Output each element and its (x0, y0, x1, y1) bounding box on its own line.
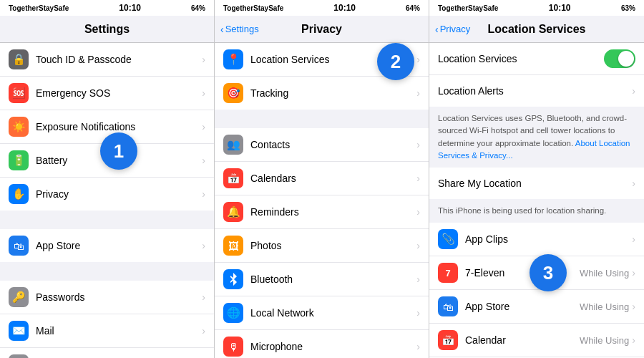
battery-1: 64% (191, 4, 205, 12)
gap-p1 (215, 110, 429, 128)
loc-calendar-icon: 📅 (438, 330, 458, 350)
privacy-icon: ✋ (9, 184, 29, 204)
location-apps-section: 📎 App Clips › 7 7-Eleven While Using › 🛍… (429, 223, 644, 358)
chevron-touch-id: › (202, 54, 205, 65)
location-services-title: Location Services (488, 23, 586, 36)
emergency-sos-label: Emergency SOS (36, 87, 202, 99)
chevron-privacy: › (202, 188, 205, 200)
settings-mail[interactable]: ✉️ Mail › (0, 314, 214, 348)
chevron-battery: › (202, 155, 205, 166)
share-location-row[interactable]: Share My Location › (429, 168, 644, 199)
location-nav: ‹ Privacy Location Services (429, 16, 644, 43)
loc-app-clips[interactable]: 📎 App Clips › (429, 223, 644, 256)
settings-contacts[interactable]: 👤 Contacts › (0, 348, 214, 358)
settings-section-1: 🔒 Touch ID & Passcode › 🆘 Emergency SOS … (0, 43, 214, 211)
privacy-microphone[interactable]: 🎙 Microphone › (215, 330, 429, 358)
carrier-3: TogetherStaySafe (438, 4, 498, 12)
privacy-list: 📍 Location Services On › 🎯 Tracking › 👥 … (215, 43, 429, 358)
location-toggle[interactable] (604, 49, 635, 68)
chevron-share: › (632, 178, 635, 189)
settings-touch-id[interactable]: 🔒 Touch ID & Passcode › (0, 43, 214, 77)
emergency-sos-icon: 🆘 (9, 83, 29, 103)
tracking-icon: 🎯 (223, 83, 243, 103)
settings-section-3: 🔑 Passwords › ✉️ Mail › 👤 Contacts › 📅 C… (0, 281, 214, 358)
time-3: 10:10 (549, 3, 571, 13)
battery-icon: 🔋 (9, 150, 29, 170)
carrier-1: TogetherStaySafe (9, 4, 69, 12)
settings-emergency-sos[interactable]: 🆘 Emergency SOS › (0, 77, 214, 110)
location-services-list: Location Services Location Alerts › Loca… (429, 43, 644, 358)
chevron-passwords: › (202, 291, 205, 303)
privacy-photos-icon: 🖼 (223, 236, 243, 256)
loc-app-store-icon: 🛍 (438, 296, 458, 316)
chevron-location: › (416, 54, 420, 65)
loc-calendar[interactable]: 📅 Calendar While Using › (429, 324, 644, 357)
location-alerts-row[interactable]: Location Alerts › (429, 75, 644, 107)
badge-3: 3 (530, 254, 567, 291)
back-to-settings[interactable]: ‹ Settings (220, 24, 259, 35)
status-bar-2: TogetherStaySafe 10:10 64% (215, 0, 429, 16)
location-toggle-section: Location Services Location Alerts › (429, 43, 644, 107)
privacy-bluetooth[interactable]: Bluetooth › (215, 263, 429, 296)
share-location-section: Share My Location › (429, 168, 644, 199)
privacy-calendars[interactable]: 📅 Calendars › (215, 162, 429, 195)
seven-eleven-icon: 7 (438, 263, 458, 283)
battery-3: 63% (621, 4, 635, 12)
chevron-app-clips: › (632, 233, 635, 245)
passwords-icon: 🔑 (9, 287, 29, 307)
chevron-loc-calendar: › (632, 334, 635, 346)
chevron-alerts: › (632, 85, 635, 97)
privacy-local-network[interactable]: 🌐 Local Network › (215, 296, 429, 330)
location-services-panel: TogetherStaySafe 10:10 63% ‹ Privacy Loc… (429, 0, 644, 358)
privacy-tracking[interactable]: 🎯 Tracking › (215, 77, 429, 110)
chevron-exposure: › (202, 121, 205, 132)
privacy-reminders[interactable]: 🔔 Reminders › (215, 195, 429, 229)
privacy-microphone-label: Microphone (250, 341, 416, 352)
back-to-privacy[interactable]: ‹ Privacy (435, 24, 470, 35)
privacy-calendars-icon: 📅 (223, 168, 243, 188)
app-clips-label: App Clips (465, 233, 632, 245)
contacts-icon: 👤 (9, 354, 29, 358)
privacy-contacts-label: Contacts (250, 139, 416, 150)
privacy-bluetooth-icon (223, 269, 243, 289)
privacy-reminders-icon: 🔔 (223, 202, 243, 222)
privacy-local-network-label: Local Network (250, 307, 416, 319)
location-services-icon: 📍 (223, 49, 243, 69)
passwords-label: Passwords (36, 291, 202, 303)
gap-2 (0, 262, 214, 281)
privacy-contacts-icon: 👥 (223, 135, 243, 155)
battery-2: 64% (406, 4, 420, 12)
settings-privacy[interactable]: ✋ Privacy › (0, 178, 214, 211)
settings-panel: TogetherStaySafe 10:10 64% Settings 🔒 To… (0, 0, 215, 358)
time-1: 10:10 (119, 3, 141, 13)
settings-appstore[interactable]: 🛍 App Store › (0, 229, 214, 262)
carrier-2: TogetherStaySafe (223, 4, 283, 12)
privacy-photos[interactable]: 🖼 Photos › (215, 229, 429, 263)
share-location-label: Share My Location (438, 178, 632, 189)
share-location-info: This iPhone is being used for location s… (429, 199, 644, 223)
app-store-value: While Using (580, 301, 629, 312)
touch-id-icon: 🔒 (9, 49, 29, 69)
appstore-icon: 🛍 (9, 236, 29, 256)
settings-passwords[interactable]: 🔑 Passwords › (0, 281, 214, 314)
chevron-p-local-network: › (416, 307, 420, 319)
chevron-appstore: › (202, 240, 205, 251)
settings-title: Settings (84, 23, 130, 36)
privacy-contacts[interactable]: 👥 Contacts › (215, 128, 429, 162)
mail-icon: ✉️ (9, 321, 29, 341)
chevron-emergency: › (202, 87, 205, 99)
exposure-label: Exposure Notifications (36, 121, 202, 132)
badge-2: 2 (377, 43, 414, 80)
chevron-p-reminders: › (416, 206, 420, 218)
loc-app-store[interactable]: 🛍 App Store While Using › (429, 290, 644, 324)
loc-app-store-label: App Store (465, 301, 580, 312)
chevron-seven-eleven: › (632, 267, 635, 279)
chevron-tracking: › (416, 87, 420, 99)
calendar-value: While Using (580, 335, 629, 346)
touch-id-label: Touch ID & Passcode (36, 54, 202, 65)
settings-section-2: 🛍 App Store › (0, 229, 214, 262)
appstore-label: App Store (36, 240, 202, 251)
chevron-p-bluetooth: › (416, 274, 420, 285)
chevron-loc-appstore: › (632, 301, 635, 312)
location-toggle-row[interactable]: Location Services (429, 43, 644, 75)
